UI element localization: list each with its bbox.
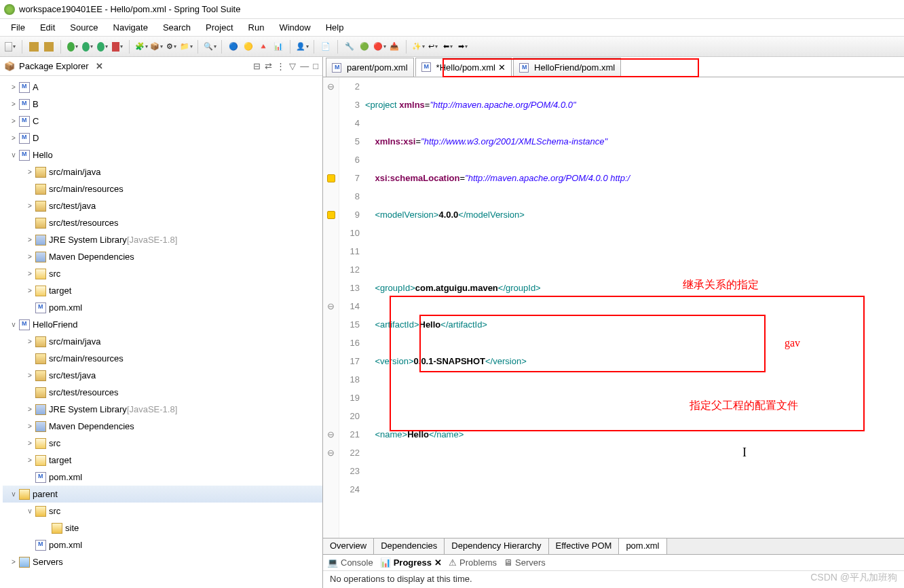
tree-node[interactable]: vparent bbox=[3, 486, 322, 503]
tree-node[interactable]: vsrc bbox=[3, 503, 322, 520]
tree-node[interactable]: >JRE System Library [JavaSE-1.8] bbox=[3, 401, 322, 418]
tree-node[interactable]: >src/main/java bbox=[3, 163, 322, 180]
tool-l[interactable]: ↩ bbox=[427, 41, 439, 53]
menu-search[interactable]: Search bbox=[156, 20, 197, 35]
menu-file[interactable]: File bbox=[4, 20, 32, 35]
tool-b[interactable]: 🟡 bbox=[242, 41, 255, 53]
tree-node[interactable]: >A bbox=[3, 79, 322, 96]
menu-edit[interactable]: Edit bbox=[33, 20, 62, 35]
tree-node[interactable]: site bbox=[3, 520, 322, 536]
view-menu-icon[interactable]: ▽ bbox=[289, 61, 296, 71]
tree-node[interactable]: >B bbox=[3, 96, 322, 113]
coverage-button[interactable] bbox=[96, 41, 109, 53]
expand-icon[interactable]: > bbox=[24, 372, 35, 379]
expand-icon[interactable]: v bbox=[24, 507, 35, 515]
expand-icon[interactable]: v bbox=[8, 151, 19, 159]
tool-g[interactable]: 🔧 bbox=[343, 41, 356, 53]
new-button[interactable] bbox=[4, 41, 16, 53]
tree-node[interactable]: >src/test/java bbox=[3, 197, 322, 214]
bottom-tab[interactable]: Dependency Hierarchy bbox=[445, 538, 548, 554]
problems-tab[interactable]: ⚠ Problems bbox=[449, 557, 497, 568]
tree-node[interactable]: src/test/resources bbox=[3, 214, 322, 231]
bottom-tab[interactable]: Effective POM bbox=[549, 538, 620, 554]
tree-node[interactable]: >src bbox=[3, 435, 322, 452]
expand-icon[interactable]: > bbox=[24, 202, 35, 210]
servers-tab[interactable]: 🖥 Servers bbox=[504, 557, 546, 568]
editor-tab[interactable]: *Hello/pom.xml ✕ bbox=[415, 58, 512, 77]
tool-h[interactable]: 🟢 bbox=[358, 41, 371, 53]
tree-node[interactable]: >src/test/java bbox=[3, 367, 322, 384]
expand-icon[interactable]: > bbox=[24, 423, 35, 430]
expand-icon[interactable]: > bbox=[24, 270, 35, 277]
back-button[interactable]: ⬅ bbox=[442, 41, 454, 53]
expand-icon[interactable]: > bbox=[24, 236, 35, 243]
tool-2[interactable]: 📦 bbox=[150, 41, 162, 53]
tool-c[interactable]: 🔺 bbox=[257, 41, 269, 53]
expand-icon[interactable]: > bbox=[8, 100, 19, 108]
minimize-icon[interactable]: — bbox=[300, 61, 309, 71]
stop-button[interactable] bbox=[111, 41, 124, 53]
tool-4[interactable]: 📁 bbox=[180, 41, 192, 53]
expand-icon[interactable]: > bbox=[24, 168, 35, 176]
tree-node[interactable]: src/main/resources bbox=[3, 350, 322, 367]
debug-button[interactable] bbox=[81, 41, 94, 53]
tree-node[interactable]: >src/main/java bbox=[3, 333, 322, 350]
expand-icon[interactable]: v bbox=[8, 490, 19, 498]
tool-1[interactable]: 🧩 bbox=[135, 41, 147, 53]
expand-icon[interactable]: > bbox=[24, 287, 35, 294]
expand-icon[interactable]: v bbox=[8, 321, 19, 328]
save-button[interactable] bbox=[28, 41, 40, 53]
menu-window[interactable]: Window bbox=[272, 20, 317, 35]
tree-node[interactable]: pom.xml bbox=[3, 469, 322, 486]
tree-node[interactable]: >C bbox=[3, 113, 322, 130]
expand-icon[interactable]: > bbox=[24, 338, 35, 345]
xml-editor[interactable]: ⊖⊖⊖⊖ 23456789101112131415161718192021222… bbox=[323, 77, 904, 538]
expand-icon[interactable]: > bbox=[24, 439, 35, 447]
editor-tab[interactable]: parent/pom.xml bbox=[326, 58, 414, 77]
tree-node[interactable]: src/test/resources bbox=[3, 384, 322, 401]
tool-f[interactable]: 📄 bbox=[320, 41, 332, 53]
save-all-button[interactable] bbox=[43, 41, 55, 53]
menu-navigate[interactable]: Navigate bbox=[107, 20, 155, 35]
expand-icon[interactable]: > bbox=[24, 456, 35, 464]
tree-node[interactable]: >Servers bbox=[3, 553, 322, 570]
tree-node[interactable]: pom.xml bbox=[3, 299, 322, 316]
tool-a[interactable]: 🔵 bbox=[227, 41, 240, 53]
tree-node[interactable]: >target bbox=[3, 452, 322, 469]
tool-e[interactable]: 👤 bbox=[296, 41, 308, 53]
bottom-tab[interactable]: Overview bbox=[323, 538, 374, 554]
expand-icon[interactable]: > bbox=[8, 117, 19, 125]
menu-source[interactable]: Source bbox=[63, 20, 105, 35]
tree-node[interactable]: src/main/resources bbox=[3, 180, 322, 197]
run-button[interactable] bbox=[67, 41, 79, 53]
expand-icon[interactable]: > bbox=[8, 558, 19, 566]
tree-node[interactable]: >JRE System Library [JavaSE-1.8] bbox=[3, 231, 322, 248]
bottom-tab[interactable]: Dependencies bbox=[374, 538, 445, 554]
editor-bottom-tabs[interactable]: OverviewDependenciesDependency Hierarchy… bbox=[323, 538, 904, 554]
menu-run[interactable]: Run bbox=[242, 20, 271, 35]
progress-tab[interactable]: 📊 Progress ✕ bbox=[380, 557, 442, 568]
close-tab-icon[interactable]: ✕ bbox=[498, 62, 506, 73]
tree-node[interactable]: >Maven Dependencies bbox=[3, 418, 322, 435]
tree-node[interactable]: >D bbox=[3, 130, 322, 146]
tree-node[interactable]: vHello bbox=[3, 146, 322, 163]
tree-node[interactable]: vHelloFriend bbox=[3, 316, 322, 333]
expand-icon[interactable]: > bbox=[8, 134, 19, 142]
editor-tab[interactable]: HelloFriend/pom.xml bbox=[513, 58, 621, 77]
tool-k[interactable]: ✨ bbox=[412, 41, 424, 53]
maximize-icon[interactable]: □ bbox=[313, 61, 318, 71]
tool-i[interactable]: 🔴 bbox=[373, 41, 385, 53]
expand-icon[interactable]: > bbox=[8, 83, 19, 91]
tree-node[interactable]: >target bbox=[3, 282, 322, 299]
menu-project[interactable]: Project bbox=[199, 20, 240, 35]
tool-j[interactable]: 📥 bbox=[388, 41, 400, 53]
code-content[interactable]: <project xmlns="http://maven.apache.org/… bbox=[364, 77, 904, 538]
tree-node[interactable]: >Maven Dependencies bbox=[3, 248, 322, 265]
tool-3[interactable]: ⚙ bbox=[165, 41, 177, 53]
expand-icon[interactable]: > bbox=[24, 253, 35, 260]
filter-icon[interactable]: ⋮ bbox=[276, 61, 285, 71]
forward-button[interactable]: ➡ bbox=[457, 41, 469, 53]
console-tab[interactable]: 💻 Console bbox=[327, 557, 373, 568]
close-view-icon[interactable]: ✕ bbox=[96, 61, 103, 71]
link-editor-icon[interactable]: ⇄ bbox=[265, 61, 272, 71]
